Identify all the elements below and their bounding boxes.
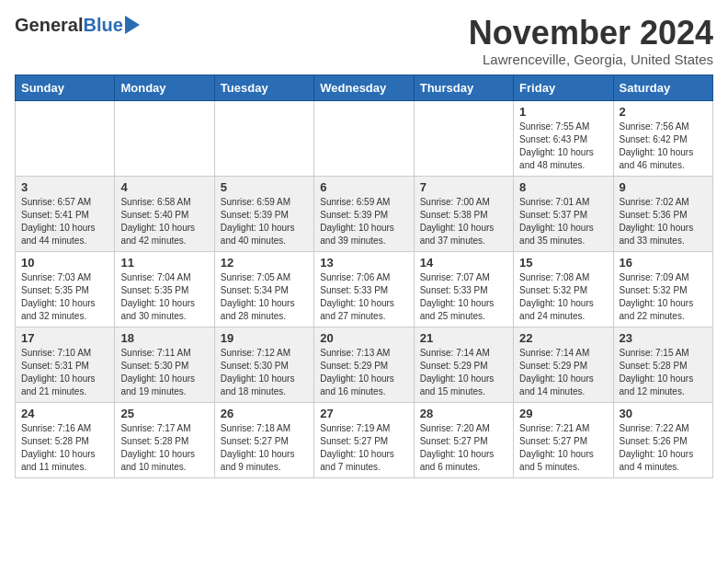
day-number: 10 — [21, 256, 108, 270]
day-info: Sunrise: 6:59 AM Sunset: 5:39 PM Dayligh… — [320, 196, 407, 247]
calendar-day-cell: 6Sunrise: 6:59 AM Sunset: 5:39 PM Daylig… — [314, 176, 414, 251]
weekday-header: Tuesday — [214, 75, 313, 100]
day-info: Sunrise: 7:17 AM Sunset: 5:28 PM Dayligh… — [120, 422, 208, 474]
calendar-day-cell: 18Sunrise: 7:11 AM Sunset: 5:30 PM Dayli… — [115, 327, 214, 402]
day-info: Sunrise: 7:15 AM Sunset: 5:28 PM Dayligh… — [620, 347, 707, 398]
day-number: 7 — [420, 180, 507, 194]
calendar-day-cell: 17Sunrise: 7:10 AM Sunset: 5:31 PM Dayli… — [16, 327, 115, 402]
day-info: Sunrise: 7:03 AM Sunset: 5:35 PM Dayligh… — [21, 271, 108, 323]
day-info: Sunrise: 7:12 AM Sunset: 5:30 PM Dayligh… — [221, 347, 308, 398]
calendar-day-cell: 13Sunrise: 7:06 AM Sunset: 5:33 PM Dayli… — [314, 251, 414, 327]
location-text: Lawrenceville, Georgia, United States — [469, 52, 713, 67]
calendar-day-cell: 8Sunrise: 7:01 AM Sunset: 5:37 PM Daylig… — [514, 176, 613, 251]
day-number: 19 — [221, 331, 308, 345]
calendar-table: SundayMondayTuesdayWednesdayThursdayFrid… — [15, 75, 713, 478]
day-number: 21 — [420, 331, 507, 345]
day-number: 22 — [519, 331, 607, 345]
title-block: November 2024 Lawrenceville, Georgia, Un… — [469, 15, 713, 67]
day-info: Sunrise: 7:14 AM Sunset: 5:29 PM Dayligh… — [420, 347, 507, 398]
day-info: Sunrise: 6:57 AM Sunset: 5:41 PM Dayligh… — [21, 196, 108, 247]
day-info: Sunrise: 7:01 AM Sunset: 5:37 PM Dayligh… — [519, 196, 607, 247]
calendar-day-cell: 24Sunrise: 7:16 AM Sunset: 5:28 PM Dayli… — [16, 402, 115, 477]
day-info: Sunrise: 7:13 AM Sunset: 5:29 PM Dayligh… — [320, 347, 407, 398]
logo-general-text: General — [15, 15, 83, 36]
page-header: General Blue November 2024 Lawrenceville… — [15, 15, 713, 67]
weekday-header: Friday — [514, 75, 613, 100]
day-number: 2 — [620, 105, 707, 119]
calendar-week-row: 1Sunrise: 7:55 AM Sunset: 6:43 PM Daylig… — [16, 100, 713, 176]
day-info: Sunrise: 7:08 AM Sunset: 5:32 PM Dayligh… — [519, 271, 607, 323]
calendar-day-cell: 3Sunrise: 6:57 AM Sunset: 5:41 PM Daylig… — [16, 176, 115, 251]
calendar-day-cell: 15Sunrise: 7:08 AM Sunset: 5:32 PM Dayli… — [514, 251, 613, 327]
calendar-week-row: 17Sunrise: 7:10 AM Sunset: 5:31 PM Dayli… — [16, 327, 713, 402]
day-number: 15 — [519, 256, 607, 270]
day-number: 30 — [620, 407, 707, 420]
day-number: 28 — [420, 407, 507, 420]
day-info: Sunrise: 7:09 AM Sunset: 5:32 PM Dayligh… — [620, 271, 707, 323]
day-info: Sunrise: 7:18 AM Sunset: 5:27 PM Dayligh… — [221, 422, 308, 474]
calendar-day-cell: 22Sunrise: 7:14 AM Sunset: 5:29 PM Dayli… — [514, 327, 613, 402]
calendar-week-row: 24Sunrise: 7:16 AM Sunset: 5:28 PM Dayli… — [16, 402, 713, 477]
calendar-day-cell: 10Sunrise: 7:03 AM Sunset: 5:35 PM Dayli… — [16, 251, 115, 327]
calendar-day-cell: 2Sunrise: 7:56 AM Sunset: 6:42 PM Daylig… — [613, 100, 712, 176]
day-number: 26 — [221, 407, 308, 420]
calendar-day-cell: 20Sunrise: 7:13 AM Sunset: 5:29 PM Dayli… — [314, 327, 414, 402]
day-number: 29 — [519, 407, 607, 420]
day-number: 6 — [320, 180, 407, 194]
day-info: Sunrise: 7:07 AM Sunset: 5:33 PM Dayligh… — [420, 271, 507, 323]
day-info: Sunrise: 7:20 AM Sunset: 5:27 PM Dayligh… — [420, 422, 507, 474]
calendar-day-cell: 11Sunrise: 7:04 AM Sunset: 5:35 PM Dayli… — [115, 251, 214, 327]
day-info: Sunrise: 7:16 AM Sunset: 5:28 PM Dayligh… — [21, 422, 108, 474]
weekday-header: Monday — [115, 75, 214, 100]
calendar-day-cell: 29Sunrise: 7:21 AM Sunset: 5:27 PM Dayli… — [514, 402, 613, 477]
weekday-header: Saturday — [613, 75, 712, 100]
day-number: 20 — [320, 331, 407, 345]
calendar-week-row: 3Sunrise: 6:57 AM Sunset: 5:41 PM Daylig… — [16, 176, 713, 251]
calendar-day-cell: 27Sunrise: 7:19 AM Sunset: 5:27 PM Dayli… — [314, 402, 414, 477]
calendar-day-cell — [115, 100, 214, 176]
day-number: 3 — [21, 180, 108, 194]
day-number: 25 — [120, 407, 208, 420]
day-number: 14 — [420, 256, 507, 270]
calendar-day-cell: 30Sunrise: 7:22 AM Sunset: 5:26 PM Dayli… — [613, 402, 712, 477]
day-number: 12 — [221, 256, 308, 270]
calendar-day-cell: 14Sunrise: 7:07 AM Sunset: 5:33 PM Dayli… — [414, 251, 513, 327]
calendar-day-cell: 25Sunrise: 7:17 AM Sunset: 5:28 PM Dayli… — [115, 402, 214, 477]
calendar-day-cell: 4Sunrise: 6:58 AM Sunset: 5:40 PM Daylig… — [115, 176, 214, 251]
calendar-day-cell — [414, 100, 513, 176]
day-number: 16 — [620, 256, 707, 270]
calendar-day-cell: 23Sunrise: 7:15 AM Sunset: 5:28 PM Dayli… — [613, 327, 712, 402]
day-info: Sunrise: 7:06 AM Sunset: 5:33 PM Dayligh… — [320, 271, 407, 323]
weekday-header: Wednesday — [314, 75, 414, 100]
day-info: Sunrise: 7:00 AM Sunset: 5:38 PM Dayligh… — [420, 196, 507, 247]
day-info: Sunrise: 7:04 AM Sunset: 5:35 PM Dayligh… — [120, 271, 208, 323]
day-number: 27 — [320, 407, 407, 420]
day-info: Sunrise: 7:21 AM Sunset: 5:27 PM Dayligh… — [519, 422, 607, 474]
month-title: November 2024 — [469, 15, 713, 52]
calendar-day-cell — [16, 100, 115, 176]
logo-arrow-icon — [125, 16, 140, 34]
calendar-day-cell: 16Sunrise: 7:09 AM Sunset: 5:32 PM Dayli… — [613, 251, 712, 327]
day-number: 1 — [519, 105, 607, 119]
day-number: 8 — [519, 180, 607, 194]
calendar-day-cell: 7Sunrise: 7:00 AM Sunset: 5:38 PM Daylig… — [414, 176, 513, 251]
weekday-header: Sunday — [16, 75, 115, 100]
day-number: 4 — [120, 180, 208, 194]
day-number: 18 — [120, 331, 208, 345]
day-number: 24 — [21, 407, 108, 420]
day-info: Sunrise: 6:58 AM Sunset: 5:40 PM Dayligh… — [120, 196, 208, 247]
day-info: Sunrise: 7:22 AM Sunset: 5:26 PM Dayligh… — [620, 422, 707, 474]
day-number: 5 — [221, 180, 308, 194]
calendar-day-cell: 12Sunrise: 7:05 AM Sunset: 5:34 PM Dayli… — [214, 251, 313, 327]
day-info: Sunrise: 7:05 AM Sunset: 5:34 PM Dayligh… — [221, 271, 308, 323]
calendar-day-cell: 5Sunrise: 6:59 AM Sunset: 5:39 PM Daylig… — [214, 176, 313, 251]
calendar-day-cell: 21Sunrise: 7:14 AM Sunset: 5:29 PM Dayli… — [414, 327, 513, 402]
day-number: 17 — [21, 331, 108, 345]
calendar-week-row: 10Sunrise: 7:03 AM Sunset: 5:35 PM Dayli… — [16, 251, 713, 327]
calendar-day-cell — [314, 100, 414, 176]
day-number: 23 — [620, 331, 707, 345]
day-info: Sunrise: 7:11 AM Sunset: 5:30 PM Dayligh… — [120, 347, 208, 398]
calendar-day-cell: 1Sunrise: 7:55 AM Sunset: 6:43 PM Daylig… — [514, 100, 613, 176]
calendar-day-cell: 26Sunrise: 7:18 AM Sunset: 5:27 PM Dayli… — [214, 402, 313, 477]
day-info: Sunrise: 7:55 AM Sunset: 6:43 PM Dayligh… — [519, 121, 607, 172]
